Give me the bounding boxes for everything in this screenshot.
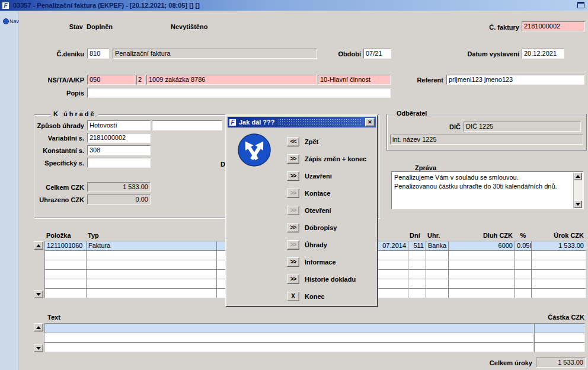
item-cell[interactable] (531, 250, 586, 260)
item-cell[interactable] (531, 279, 586, 289)
item-cell[interactable]: 1211001060 (44, 241, 87, 251)
item-cell[interactable] (514, 279, 532, 289)
item-cell[interactable] (44, 250, 87, 260)
item-cell[interactable] (408, 250, 426, 260)
dialog-button-informace[interactable]: >> (287, 257, 299, 267)
scroll-down-button[interactable] (574, 200, 582, 208)
item-cell[interactable] (86, 250, 217, 260)
invoice-no-label: Č. faktury (468, 24, 519, 31)
maximize-button[interactable] (577, 2, 584, 8)
text-cell[interactable] (44, 323, 534, 333)
scroll-up-button[interactable] (574, 173, 582, 180)
item-cell[interactable] (426, 269, 449, 279)
item-cell[interactable] (426, 288, 449, 298)
dic-label: DIČ (428, 123, 461, 130)
app-icon[interactable]: F (2, 2, 9, 9)
item-cell[interactable]: Faktura (86, 241, 217, 251)
castka-cell[interactable] (534, 333, 585, 343)
item-cell[interactable] (514, 269, 532, 279)
item-cell[interactable] (448, 250, 515, 260)
referent-label: Referent (408, 76, 443, 84)
popis-field[interactable] (87, 88, 391, 98)
dialog-button-zapis-zmen-konec[interactable]: >> (287, 154, 299, 164)
konstantni-field[interactable]: 308 (87, 145, 151, 155)
item-cell[interactable] (86, 260, 217, 270)
item-cell[interactable] (514, 250, 532, 260)
item-cell[interactable] (86, 269, 217, 279)
nav-icon[interactable] (3, 18, 9, 24)
text-cell[interactable] (44, 333, 533, 343)
nav-label[interactable]: Nav (9, 18, 19, 24)
item-cell[interactable] (448, 269, 515, 279)
item-cell[interactable] (426, 250, 449, 260)
item-cell[interactable] (448, 288, 515, 298)
konstantni-label: Konstantní s. (31, 147, 84, 154)
item-cell[interactable] (426, 260, 449, 270)
item-cell[interactable] (408, 288, 426, 298)
item-cell[interactable] (531, 260, 586, 270)
item-cell[interactable]: Banka (426, 241, 449, 251)
zpusob-uhrady-field[interactable]: Hotovostí (87, 120, 151, 130)
item-cell[interactable]: 6000 (448, 241, 515, 251)
invoice-no-field[interactable]: 2181000002 (522, 21, 585, 31)
item-cell[interactable] (531, 269, 586, 279)
dialog-button-uzavreni[interactable]: >> (287, 171, 299, 181)
obdobi-label: Období (325, 50, 361, 58)
datum-vystaveni-label: Datum vystavení (456, 50, 519, 58)
item-cell[interactable] (514, 288, 532, 298)
item-cell[interactable] (44, 288, 87, 298)
dialog-button-otevreni[interactable]: >> (287, 206, 299, 215)
dialog-close-button[interactable]: ✕ (365, 118, 375, 126)
item-cell[interactable] (531, 288, 586, 298)
item-cell[interactable] (408, 269, 426, 279)
dialog-button-konec[interactable]: X (287, 292, 299, 301)
dialog-button-historie-dokladu[interactable]: >> (287, 275, 299, 284)
castka-cell[interactable] (534, 342, 585, 352)
app-icon: F (229, 119, 237, 126)
item-cell[interactable] (426, 279, 449, 289)
dialog-button-kontace[interactable]: >> (287, 189, 299, 198)
ns-field-4[interactable]: 10-Hlavní činnost (318, 75, 391, 85)
castka-cell[interactable] (534, 323, 585, 333)
zprava-scrollbar[interactable] (573, 173, 583, 208)
deniku-label: Č.deníku (33, 50, 84, 58)
title-bar[interactable]: F 03357 - Penalizační faktura (EKPEF) - … (0, 0, 588, 11)
specificky-field[interactable] (87, 158, 151, 168)
celkem-czk-field: 1 533.00 (87, 182, 151, 192)
item-cell[interactable] (448, 279, 515, 289)
item-cell[interactable] (44, 269, 87, 279)
chevron-back-icon: << (290, 138, 296, 145)
item-cell[interactable] (408, 260, 426, 270)
item-cell[interactable] (408, 279, 426, 289)
item-cell[interactable] (86, 279, 217, 289)
deniku-field[interactable]: 810 (87, 49, 109, 59)
obdobi-field[interactable]: 07/21 (363, 49, 391, 59)
text-cell[interactable] (44, 342, 533, 352)
items-scroll-up-button[interactable] (34, 241, 43, 250)
dialog-button-label: Informace (305, 259, 336, 266)
ns-field-1[interactable]: 050 (87, 75, 135, 85)
referent-field[interactable]: prijmeni123 jmeno123 (446, 75, 584, 85)
item-cell[interactable]: 511 (408, 241, 426, 251)
dialog-title-bar[interactable]: F Jak dál ??? ✕ (228, 117, 376, 127)
ns-field-3[interactable]: 1009 zakázka 8786 (146, 75, 317, 85)
item-cell[interactable]: 1 533.00 (531, 241, 586, 251)
dialog-button-zpet[interactable]: << (287, 137, 299, 146)
zpusob-uhrady-field-2[interactable] (152, 120, 222, 130)
item-cell[interactable] (514, 260, 532, 270)
datum-vystaveni-field[interactable]: 20.12.2021 (522, 49, 564, 59)
ns-field-2[interactable]: 2 (136, 75, 145, 85)
item-cell[interactable]: 0.050 (514, 241, 532, 251)
dialog-button-uhrady[interactable]: >> (287, 240, 299, 250)
item-cell[interactable] (448, 260, 515, 270)
variabilni-field[interactable]: 2181000002 (87, 133, 151, 143)
items-scroll-down-button[interactable] (34, 290, 43, 298)
item-cell[interactable] (86, 288, 217, 298)
dialog-button-dobropisy[interactable]: >> (287, 223, 299, 232)
item-cell[interactable] (44, 260, 87, 270)
item-cell[interactable] (44, 279, 87, 289)
zprava-textarea[interactable]: Penalizujeme Vám v souladu se smlouvou. … (391, 171, 584, 209)
text-scroll-down-button[interactable] (34, 344, 43, 352)
uhrazeno-czk-label: Uhrazeno CZK (31, 196, 84, 203)
text-scroll-up-button[interactable] (34, 323, 43, 331)
